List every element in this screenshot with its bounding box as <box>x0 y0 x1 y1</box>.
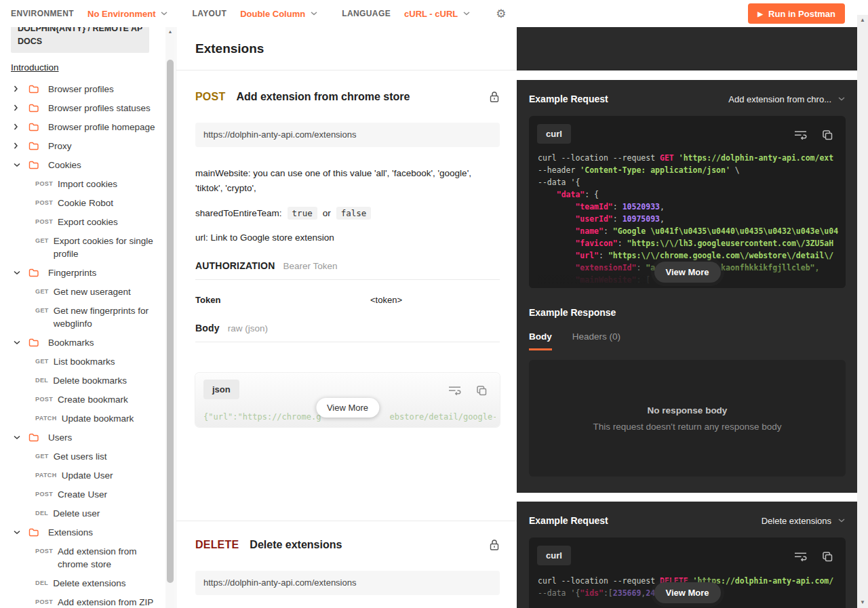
example-request-panel-2: Example Request Delete extensions curl c… <box>517 502 857 608</box>
folder-label: Users <box>48 431 72 444</box>
sidebar-folder-fingerprints[interactable]: Fingerprints <box>14 263 165 282</box>
copy-icon[interactable] <box>822 551 833 563</box>
wrap-text-icon[interactable] <box>448 385 461 397</box>
method-badge-post: POST <box>195 91 225 103</box>
sidebar-request-update-bookmark[interactable]: PATCHUpdate bookmark <box>35 409 165 428</box>
collection-title: DOLPHIN{ANTY} / REMOTE API DOCS <box>11 27 149 53</box>
view-more-button[interactable]: View More <box>654 582 720 603</box>
sidebar-request-get-users-list[interactable]: GETGet users list <box>35 447 165 466</box>
wrap-text-icon[interactable] <box>794 129 807 141</box>
request-label: Get users list <box>54 450 107 463</box>
wrap-text-icon[interactable] <box>794 551 807 563</box>
chevron-right-icon <box>14 123 20 130</box>
sidebar-folder-browser-profiles-statuses[interactable]: Browser profiles statuses <box>14 98 165 117</box>
authorization-header: AUTHORIZATION Bearer Token <box>195 260 500 280</box>
code-chip-false: false <box>336 207 372 220</box>
folder-icon <box>28 85 39 94</box>
sidebar-request-cookie-robot[interactable]: POSTCookie Robot <box>35 193 165 212</box>
view-more-button[interactable]: View More <box>316 398 379 418</box>
scroll-down-icon[interactable]: ▼ <box>857 597 868 607</box>
folder-icon <box>28 142 39 150</box>
request-label: Get new fingerprints for webglinfo <box>54 304 162 330</box>
sidebar-request-create-bookmark[interactable]: POSTCreate bookmark <box>35 390 165 409</box>
selector-value: Delete extensions <box>762 516 831 526</box>
sidebar-request-get-new-fingerprints-for-webglinfo[interactable]: GETGet new fingerprints for webglinfo <box>35 301 165 333</box>
no-response-title: No response body <box>648 405 728 416</box>
dark-panel-top <box>517 27 857 70</box>
sidebar-folder-cookies[interactable]: Cookies <box>14 155 165 174</box>
scroll-up-icon[interactable]: ▲ <box>857 15 868 24</box>
sidebar-request-get-new-useragent[interactable]: GETGet new useragent <box>35 282 165 301</box>
curl-language-chip: curl <box>537 124 571 144</box>
sidebar-folder-proxy[interactable]: Proxy <box>14 136 165 155</box>
sidebar-request-import-cookies[interactable]: POSTImport cookies <box>35 174 165 193</box>
request-label: Delete user <box>53 507 100 520</box>
chevron-down-icon <box>838 97 845 101</box>
sidebar-request-add-extension-from-zip[interactable]: POSTAdd extension from ZIP <box>35 592 165 608</box>
sidebar-folder-browser-profiles[interactable]: Browser profiles <box>14 79 165 98</box>
lock-icon <box>489 539 500 551</box>
sidebar-folder-users[interactable]: Users <box>14 428 165 447</box>
sidebar-folder-extensions[interactable]: Extensions <box>14 523 165 542</box>
copy-icon[interactable] <box>822 129 833 141</box>
folder-icon <box>28 528 39 537</box>
request-label: Import cookies <box>58 178 117 190</box>
sidebar-item-introduction[interactable]: Introduction <box>11 62 59 73</box>
scroll-up-icon[interactable]: ▲ <box>165 27 175 35</box>
no-response-subtitle: This request doesn't return any response… <box>593 422 782 432</box>
request-label: Get new useragent <box>54 285 131 298</box>
sidebar-request-list-bookmarks[interactable]: GETList bookmarks <box>35 352 165 371</box>
token-value: <token> <box>370 295 402 305</box>
sidebar-content: DOLPHIN{ANTY} / REMOTE API DOCS Introduc… <box>0 27 165 608</box>
run-in-postman-button[interactable]: ▶ Run in Postman <box>748 3 845 24</box>
lock-icon <box>489 91 500 103</box>
sidebar-scrollbar[interactable]: ▲ <box>165 27 175 608</box>
folder-label: Fingerprints <box>48 266 96 279</box>
page-scrollbar[interactable]: ▲ ▼ <box>857 15 868 608</box>
tab-body[interactable]: Body <box>529 331 552 350</box>
layout-value: Double Column <box>240 9 305 19</box>
sidebar-request-delete-extensions[interactable]: DELDelete extensions <box>35 573 165 592</box>
body-header: Body raw (json) <box>195 323 500 342</box>
sidebar-request-export-cookies-for-single-profile[interactable]: GETExport cookies for single profile <box>35 231 165 263</box>
request-label: Create bookmark <box>58 393 128 406</box>
sidebar-scrollbar-thumb[interactable] <box>167 60 174 583</box>
method-badge: PATCH <box>35 472 57 479</box>
request-description-3: url: Link to Google store extension <box>195 232 500 243</box>
sidebar-folder-bookmarks[interactable]: Bookmarks <box>14 333 165 352</box>
sidebar-request-create-user[interactable]: POSTCreate User <box>35 485 165 504</box>
view-more-button[interactable]: View More <box>654 262 720 283</box>
example-request-selector[interactable]: Delete extensions <box>762 516 845 526</box>
tab-headers[interactable]: Headers (0) <box>572 331 620 350</box>
folder-label: Browser profile homepage <box>48 121 155 134</box>
method-badge: DEL <box>35 377 48 384</box>
method-badge: DEL <box>35 580 48 586</box>
method-badge: GET <box>35 288 49 295</box>
example-request-selector[interactable]: Add extension from chro... <box>728 94 845 104</box>
sidebar-request-export-cookies[interactable]: POSTExport cookies <box>35 212 165 231</box>
method-badge: GET <box>35 307 49 314</box>
environment-label: ENVIRONMENT <box>11 9 74 18</box>
layout-select[interactable]: Double Column <box>240 9 317 19</box>
sidebar-request-update-user[interactable]: PATCHUpdate User <box>35 466 165 485</box>
gear-icon[interactable]: ⚙ <box>496 7 506 21</box>
sidebar-request-delete-user[interactable]: DELDelete user <box>35 504 165 523</box>
post-request-section: POST Add extension from chrome store htt… <box>176 91 517 521</box>
copy-icon[interactable] <box>476 385 488 397</box>
folder-icon <box>28 161 39 169</box>
example-request-title: Example Request <box>529 94 608 104</box>
sidebar-request-add-extension-from-chrome-store[interactable]: POSTAdd extension from chrome store <box>35 542 165 573</box>
request-label: Update bookmark <box>62 412 134 425</box>
sidebar: DOLPHIN{ANTY} / REMOTE API DOCS Introduc… <box>0 27 176 608</box>
method-badge: POST <box>35 218 53 225</box>
folder-label: Browser profiles <box>48 83 114 96</box>
folder-icon <box>28 338 39 347</box>
sidebar-request-delete-bookmarks[interactable]: DELDelete bookmarks <box>35 371 165 390</box>
method-badge: DEL <box>35 510 48 516</box>
environment-select[interactable]: No Environment <box>87 9 167 19</box>
language-select[interactable]: cURL - cURL <box>404 9 470 19</box>
sidebar-folder-browser-profile-homepage[interactable]: Browser profile homepage <box>14 117 165 136</box>
request-heading: POST Add extension from chrome store <box>195 91 500 103</box>
doc-main-column: Extensions POST Add extension from chrom… <box>176 27 517 608</box>
request-label: Add extension from chrome store <box>58 545 165 571</box>
